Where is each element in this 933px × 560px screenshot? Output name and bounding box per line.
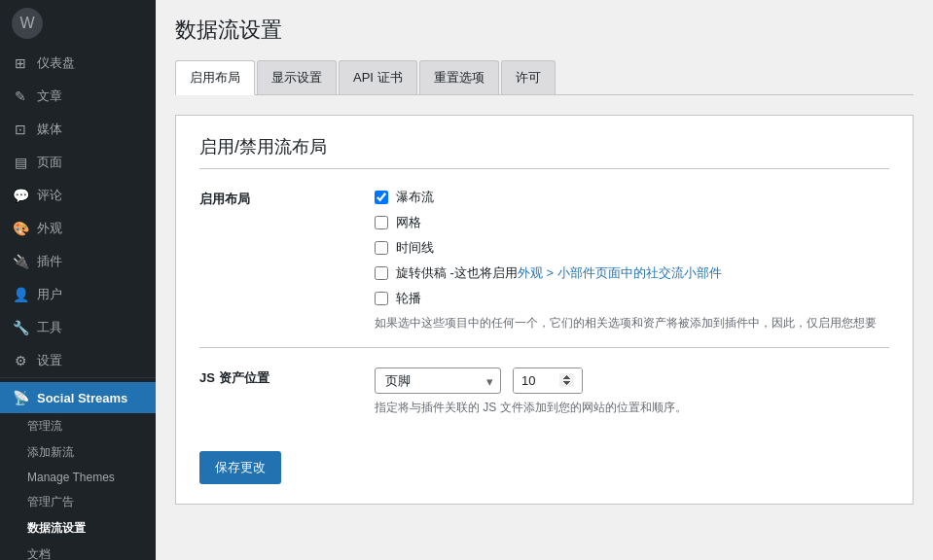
plugins-icon: 🔌	[12, 254, 29, 269]
social-streams-icon: 📡	[12, 390, 29, 405]
social-streams-label: Social Streams	[37, 391, 127, 405]
checkbox-grid[interactable]	[375, 216, 388, 229]
sidebar-item-social-streams[interactable]: 📡 Social Streams	[0, 382, 156, 413]
sidebar-item-label: 文章	[37, 88, 62, 105]
checkbox-waterfall-row: 瀑布流	[375, 189, 889, 206]
checkbox-timeline-label: 时间线	[396, 239, 434, 257]
sidebar-menu: ⊞ 仪表盘 ✎ 文章 ⊡ 媒体 ▤ 页面 💬 评论 🎨 外观 🔌 插件 👤	[0, 47, 156, 560]
sidebar-logo: W	[0, 0, 156, 47]
js-position-form-row: JS 资产位置 页眉 页脚 指定将与插件关联的 JS 文件添加到您的网站的位置和…	[199, 368, 889, 416]
sidebar-item-tools[interactable]: 🔧 工具	[0, 311, 156, 344]
pages-icon: ▤	[12, 155, 29, 170]
carousel-link[interactable]: 外观 > 小部件页面中的社交流小部件	[518, 265, 722, 280]
checkbox-grid-label: 网格	[396, 214, 421, 231]
sidebar-item-label: 用户	[37, 286, 62, 303]
tab-license[interactable]: 许可	[501, 60, 556, 94]
checkbox-slideshow-label: 轮播	[396, 290, 421, 307]
js-position-control: 页眉 页脚 指定将与插件关联的 JS 文件添加到您的网站的位置和顺序。	[375, 368, 889, 416]
sidebar-item-label: 媒体	[37, 121, 62, 138]
sidebar-item-appearance[interactable]: 🎨 外观	[0, 212, 156, 245]
js-order-input[interactable]	[514, 368, 582, 393]
sidebar: W ⊞ 仪表盘 ✎ 文章 ⊡ 媒体 ▤ 页面 💬 评论 🎨 外观 🔌 插件	[0, 0, 156, 560]
layout-label: 启用布局	[199, 189, 375, 208]
sidebar-sub-data-settings[interactable]: 数据流设置	[0, 515, 156, 542]
dashboard-icon: ⊞	[12, 55, 29, 71]
tab-display[interactable]: 显示设置	[257, 60, 337, 94]
checkbox-waterfall-label: 瀑布流	[396, 189, 434, 206]
section-divider	[199, 347, 889, 348]
sidebar-item-pages[interactable]: ▤ 页面	[0, 146, 156, 179]
js-order-input-wrapper	[513, 368, 583, 394]
layout-info-text: 如果选中这些项目中的任何一个，它们的相关选项和资产将被添加到插件中，因此，仅启用…	[375, 315, 889, 332]
comments-icon: 💬	[12, 188, 29, 203]
sidebar-item-label: 仪表盘	[37, 54, 75, 72]
tab-api[interactable]: API 证书	[339, 60, 417, 94]
media-icon: ⊡	[12, 122, 29, 137]
checkbox-slideshow-row: 轮播	[375, 290, 889, 307]
checkbox-carousel-row: 旋转供稿 -这也将启用外观 > 小部件页面中的社交流小部件	[375, 264, 889, 282]
checkbox-timeline-row: 时间线	[375, 239, 889, 257]
js-position-inputs: 页眉 页脚	[375, 368, 889, 394]
checkbox-timeline[interactable]	[375, 241, 388, 255]
tab-layout[interactable]: 启用布局	[175, 60, 255, 95]
tab-reset[interactable]: 重置选项	[419, 60, 499, 94]
js-position-select-wrapper: 页眉 页脚	[375, 368, 501, 394]
checkbox-slideshow[interactable]	[375, 292, 388, 305]
checkbox-waterfall[interactable]	[375, 191, 388, 204]
checkbox-grid-row: 网格	[375, 214, 889, 231]
sidebar-item-media[interactable]: ⊡ 媒体	[0, 113, 156, 146]
sidebar-item-label: 评论	[37, 187, 62, 204]
sidebar-item-label: 工具	[37, 319, 62, 336]
save-button[interactable]: 保存更改	[199, 451, 281, 484]
sidebar-sub-manage-themes[interactable]: Manage Themes	[0, 466, 156, 489]
sidebar-item-settings[interactable]: ⚙ 设置	[0, 344, 156, 377]
content-panel: 启用/禁用流布局 启用布局 瀑布流 网格 时间线	[175, 115, 914, 505]
js-position-select[interactable]: 页眉 页脚	[375, 368, 501, 394]
sidebar-item-label: 设置	[37, 352, 62, 369]
sidebar-item-label: 外观	[37, 220, 62, 237]
users-icon: 👤	[12, 287, 29, 302]
sidebar-item-users[interactable]: 👤 用户	[0, 278, 156, 311]
sidebar-sub-docs[interactable]: 文档	[0, 542, 156, 560]
wp-logo-icon: W	[12, 8, 43, 39]
appearance-icon: 🎨	[12, 221, 29, 236]
sidebar-item-comments[interactable]: 💬 评论	[0, 179, 156, 212]
social-streams-section: 📡 Social Streams 管理流 添加新流 Manage Themes …	[0, 377, 156, 560]
layout-checkboxes: 瀑布流 网格 时间线 旋转供稿 -这也将启用外观 > 小部件页面中的社交流小部件	[375, 189, 889, 332]
sidebar-item-label: 插件	[37, 253, 62, 270]
main-content: 数据流设置 启用布局 显示设置 API 证书 重置选项 许可 启用/禁用流布局 …	[156, 0, 933, 560]
section-title: 启用/禁用流布局	[199, 135, 889, 169]
sidebar-item-dashboard[interactable]: ⊞ 仪表盘	[0, 47, 156, 80]
sidebar-sub-manage-ads[interactable]: 管理广告	[0, 489, 156, 515]
layout-form-row: 启用布局 瀑布流 网格 时间线 旋转供稿 -这也将启用外观 > 小	[199, 189, 889, 332]
checkbox-carousel-label: 旋转供稿 -这也将启用外观 > 小部件页面中的社交流小部件	[396, 264, 722, 282]
sidebar-item-posts[interactable]: ✎ 文章	[0, 80, 156, 113]
settings-icon: ⚙	[12, 353, 29, 368]
sidebar-sub-manage-streams[interactable]: 管理流	[0, 413, 156, 439]
js-position-label: JS 资产位置	[199, 368, 375, 387]
tools-icon: 🔧	[12, 320, 29, 335]
page-title: 数据流设置	[175, 16, 914, 45]
checkbox-carousel[interactable]	[375, 266, 388, 280]
sidebar-sub-add-stream[interactable]: 添加新流	[0, 439, 156, 466]
sidebar-item-label: 页面	[37, 154, 62, 171]
posts-icon: ✎	[12, 88, 29, 104]
tab-bar: 启用布局 显示设置 API 证书 重置选项 许可	[175, 60, 914, 95]
sidebar-item-plugins[interactable]: 🔌 插件	[0, 245, 156, 278]
js-position-info-text: 指定将与插件关联的 JS 文件添加到您的网站的位置和顺序。	[375, 400, 889, 416]
